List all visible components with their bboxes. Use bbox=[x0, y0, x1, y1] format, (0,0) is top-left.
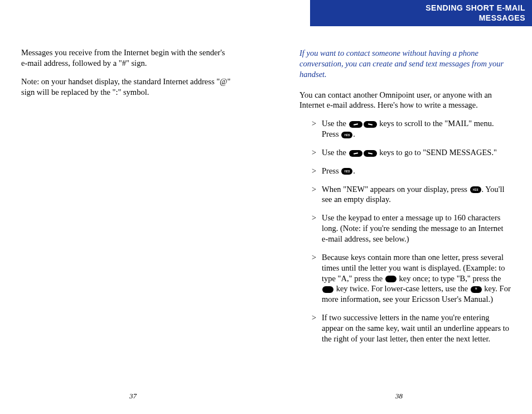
section-header: SENDING SHORT E-MAIL MESSAGES bbox=[310, 0, 532, 26]
page-number-left: 37 bbox=[129, 392, 137, 401]
arrow-left-key-icon bbox=[349, 121, 362, 128]
step-6: Because keys contain more than one lette… bbox=[314, 252, 511, 305]
right-para-1: You can contact another Omnipoint user, … bbox=[299, 90, 511, 111]
blank-key-icon bbox=[322, 286, 333, 293]
blank-key-icon bbox=[385, 276, 396, 282]
header-line-2: MESSAGES bbox=[317, 13, 525, 23]
step-2: Use the keys to go to "SEND MESSAGES." bbox=[314, 147, 511, 158]
step-3: Press . bbox=[314, 166, 511, 176]
header-line-1: SENDING SHORT E-MAIL bbox=[317, 3, 525, 13]
step-1: Use the keys to scroll to the "MAIL" men… bbox=[314, 118, 511, 139]
step-5: Use the keypad to enter a message up to … bbox=[314, 213, 511, 244]
intro-paragraph: If you want to contact someone without h… bbox=[299, 48, 511, 80]
arrow-left-key-icon bbox=[349, 150, 362, 157]
yes-key-icon bbox=[470, 186, 481, 193]
left-para-2: Note: on your handset display, the stand… bbox=[21, 76, 233, 98]
left-page: Messages you receive from the Internet b… bbox=[0, 0, 266, 414]
step-list: Use the keys to scroll to the "MAIL" men… bbox=[299, 118, 511, 344]
star-key-icon bbox=[471, 286, 482, 293]
yes-key-icon bbox=[341, 168, 352, 175]
step-7: If two successive letters in the name yo… bbox=[314, 312, 511, 344]
right-page: SENDING SHORT E-MAIL MESSAGES If you wan… bbox=[266, 0, 532, 414]
step-4: When "NEW" appears on your display, pres… bbox=[314, 184, 511, 205]
arrow-right-key-icon bbox=[364, 150, 377, 157]
page-number-right: 38 bbox=[395, 392, 403, 401]
left-para-1: Messages you receive from the Internet b… bbox=[21, 47, 233, 69]
yes-key-icon bbox=[341, 132, 352, 138]
arrow-right-key-icon bbox=[364, 121, 377, 128]
